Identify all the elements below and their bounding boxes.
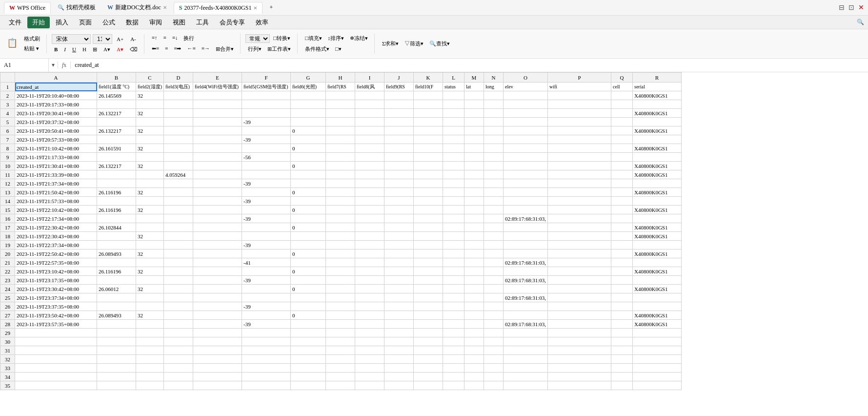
cell-row35-col16[interactable] (611, 381, 633, 390)
cell-row5-col0[interactable]: 2023-11-19T20:37:32+08:00 (15, 118, 97, 126)
cell-row25-col2[interactable] (136, 293, 164, 302)
spreadsheet-scroll[interactable]: A B C D E F G H I J K L M N O P Q (0, 72, 868, 416)
cell-row31-col10[interactable] (414, 346, 443, 355)
cell-row24-col9[interactable] (384, 285, 414, 293)
cell-row10-col14[interactable] (504, 162, 548, 170)
cell-row14-col16[interactable] (611, 197, 633, 206)
menu-vip[interactable]: 会员专享 (215, 17, 250, 28)
cell-row31-col12[interactable] (464, 346, 484, 355)
cell-row15-col3[interactable] (164, 206, 193, 214)
cell-row24-col5[interactable] (242, 285, 291, 293)
cell-row8-col0[interactable]: 2023-11-19T21:10:42+08:00 (15, 144, 97, 153)
cell-row3-col4[interactable] (193, 100, 242, 109)
align-left-button[interactable]: ⬅≡ (149, 44, 161, 54)
cell-row33-col3[interactable] (164, 364, 193, 373)
minimize-button[interactable]: ⊟ (839, 3, 845, 12)
cell-row26-col11[interactable] (443, 302, 464, 311)
cell-m1[interactable]: lat (464, 83, 484, 91)
cell-row27-col8[interactable] (355, 311, 384, 320)
cell-row28-col4[interactable] (193, 320, 242, 329)
cell-row3-col7[interactable] (326, 100, 355, 109)
cell-row28-col11[interactable] (443, 320, 464, 329)
cell-row4-col16[interactable] (611, 109, 633, 118)
cell-row16-col15[interactable] (548, 214, 611, 223)
cell-row25-col14[interactable]: 02:89:17:68:31:03, (504, 293, 548, 302)
cell-row16-col5[interactable]: -39 (242, 214, 291, 223)
cell-row32-col12[interactable] (464, 355, 484, 364)
cell-row17-col7[interactable] (326, 223, 355, 232)
cell-row32-col11[interactable] (443, 355, 464, 364)
cell-row2-col9[interactable] (384, 91, 414, 100)
cell-row4-col14[interactable] (504, 109, 548, 118)
fill-button[interactable]: □填充▾ (303, 34, 324, 43)
cell-row26-col13[interactable] (484, 302, 504, 311)
cell-row19-col1[interactable] (97, 241, 136, 250)
cell-row29-col13[interactable] (484, 329, 504, 337)
cell-row34-col0[interactable] (15, 373, 97, 381)
cell-row25-col3[interactable] (164, 293, 193, 302)
cell-row7-col9[interactable] (384, 135, 414, 144)
cell-row18-col12[interactable] (464, 232, 484, 241)
cell-row18-col17[interactable]: X40800K0GS1 (633, 232, 682, 241)
cell-row30-col14[interactable] (504, 337, 548, 346)
cell-row20-col8[interactable] (355, 250, 384, 258)
cell-row29-col10[interactable] (414, 329, 443, 337)
cell-row24-col6[interactable]: 0 (291, 285, 326, 293)
underline-button[interactable]: U (70, 45, 79, 53)
cell-row11-col17[interactable]: X40800K0GS1 (633, 170, 682, 179)
cell-row11-col7[interactable] (326, 170, 355, 179)
cell-row18-col13[interactable] (484, 232, 504, 241)
cell-row35-col15[interactable] (548, 381, 611, 390)
tab-new[interactable]: + (264, 2, 278, 13)
cell-row13-col17[interactable]: X40800K0GS1 (633, 188, 682, 197)
cell-row14-col0[interactable]: 2023-11-19T21:57:33+08:00 (15, 197, 97, 206)
cell-row7-col7[interactable] (326, 135, 355, 144)
cell-row21-col15[interactable] (548, 258, 611, 267)
cell-row18-col5[interactable] (242, 232, 291, 241)
cell-row14-col14[interactable] (504, 197, 548, 206)
cell-row34-col15[interactable] (548, 373, 611, 381)
cell-row34-col8[interactable] (355, 373, 384, 381)
row-num-32[interactable]: 32 (0, 355, 15, 364)
cell-row10-col3[interactable] (164, 162, 193, 170)
cell-row12-col17[interactable] (633, 179, 682, 188)
cell-row28-col17[interactable]: X40800K0GS1 (633, 320, 682, 329)
font-family-select[interactable]: 宋体 (52, 34, 91, 44)
cell-row19-col4[interactable] (193, 241, 242, 250)
cell-row16-col12[interactable] (464, 214, 484, 223)
cell-row4-col4[interactable] (193, 109, 242, 118)
cell-row29-col6[interactable] (291, 329, 326, 337)
cell-row29-col0[interactable] (15, 329, 97, 337)
cell-row31-col5[interactable] (242, 346, 291, 355)
cell-row13-col13[interactable] (484, 188, 504, 197)
cell-row30-col11[interactable] (443, 337, 464, 346)
cell-row33-col10[interactable] (414, 364, 443, 373)
cell-row31-col14[interactable] (504, 346, 548, 355)
cell-row35-col0[interactable] (15, 381, 97, 390)
cell-row5-col3[interactable] (164, 118, 193, 126)
cell-row10-col12[interactable] (464, 162, 484, 170)
row-num-20[interactable]: 20 (0, 250, 15, 258)
cell-row6-col1[interactable]: 26.132217 (97, 126, 136, 135)
cell-row15-col6[interactable]: 0 (291, 206, 326, 214)
cell-row15-col10[interactable] (414, 206, 443, 214)
cell-row8-col15[interactable] (548, 144, 611, 153)
cell-row8-col1[interactable]: 26.161591 (97, 144, 136, 153)
cell-row7-col5[interactable]: -39 (242, 135, 291, 144)
cell-row2-col10[interactable] (414, 91, 443, 100)
cell-row16-col9[interactable] (384, 214, 414, 223)
cell-row21-col4[interactable] (193, 258, 242, 267)
cell-row10-col16[interactable] (611, 162, 633, 170)
cell-row29-col4[interactable] (193, 329, 242, 337)
cell-row8-col4[interactable] (193, 144, 242, 153)
cell-row15-col16[interactable] (611, 206, 633, 214)
col-header-b[interactable]: B (97, 73, 136, 83)
cell-row34-col5[interactable] (242, 373, 291, 381)
cell-row29-col14[interactable] (504, 329, 548, 337)
cell-row25-col11[interactable] (443, 293, 464, 302)
col-header-m[interactable]: M (464, 73, 484, 83)
cell-row21-col16[interactable] (611, 258, 633, 267)
cell-row5-col15[interactable] (548, 118, 611, 126)
cell-row20-col17[interactable]: X40800K0GS1 (633, 250, 682, 258)
cell-row15-col17[interactable]: X40800K0GS1 (633, 206, 682, 214)
